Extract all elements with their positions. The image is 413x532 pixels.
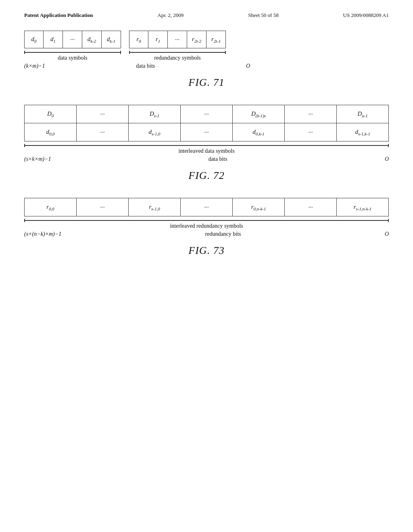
fig73-section: r0,0 ··· rs-1,0 ··· r0,n-k-1 ··· rs-1,n-…: [24, 198, 389, 257]
symbol-Du1: Du-1: [337, 105, 388, 123]
fig72-bit-right: O: [385, 156, 389, 162]
fig73-bit-mid: redundancy bits: [205, 231, 241, 237]
fig71-caption: FIG. 71: [24, 77, 389, 89]
data-symbols-group: d0 d1 ··· dk-2 dk-1 data symbols: [24, 31, 121, 61]
symbol-r2t1: r2t-1: [206, 31, 226, 48]
symbol-d-dots1: ···: [77, 123, 129, 141]
symbol-r-dots1: ···: [77, 198, 129, 216]
fig73-bracket-label: interleaved redundancy symbols: [24, 223, 389, 229]
fig72-bit-mid: data bits: [209, 156, 227, 162]
fig72-bracket: interleaved data symbols: [24, 144, 389, 154]
fig72-row1: D0 ··· Ds-1 ··· D(k-1)s ··· Du-1: [24, 105, 389, 123]
publication-label: Patent Application Publication: [24, 12, 93, 19]
symbol-r00: r0,0: [25, 198, 77, 216]
redundancy-symbols-label: redundancy symbols: [129, 55, 226, 61]
fig71-symbol-groups: d0 d1 ··· dk-2 dk-1 data symbols r0 r1 ·…: [24, 31, 389, 61]
symbol-r-dots3: ···: [285, 198, 337, 216]
fig72-bracket-label: interleaved data symbols: [24, 148, 389, 154]
fig73-bit-left: (s×(n−k)×m)−1: [24, 231, 61, 237]
symbol-r1: r1: [148, 31, 168, 48]
fig73-bit-right: O: [385, 231, 389, 237]
data-symbols-bracket: data symbols: [24, 51, 121, 61]
symbol-r-dots: ···: [168, 31, 187, 48]
symbol-r-dots2: ···: [181, 198, 233, 216]
symbol-Dk1s: D(k-1)s: [233, 105, 285, 123]
symbol-d0: d0: [24, 31, 44, 48]
symbol-d-dots: ···: [63, 31, 82, 48]
date-label: Apr. 2, 2009: [157, 12, 184, 19]
fig73-row1: r0,0 ··· rs-1,0 ··· r0,n-k-1 ··· rs-1,n-…: [24, 198, 389, 216]
symbol-ds10: ds-1,0: [129, 123, 181, 141]
symbol-d00: d0,0: [25, 123, 77, 141]
symbol-ds1k1: ds-1,k-1: [337, 123, 388, 141]
symbol-d1: d1: [44, 31, 63, 48]
symbol-d-dots3: ···: [285, 123, 337, 141]
fig73-bracket: interleaved redundancy symbols: [24, 219, 389, 229]
symbol-Ds1: Ds-1: [129, 105, 181, 123]
symbol-D-dots2: ···: [181, 105, 233, 123]
symbol-D-dots3: ···: [285, 105, 337, 123]
redundancy-symbols-bracket: redundancy symbols: [129, 51, 226, 61]
sheet-label: Sheet 50 of 58: [248, 12, 278, 19]
symbol-rs1nk1: rs-1,n-k-1: [337, 198, 388, 216]
page-header: Patent Application Publication Apr. 2, 2…: [24, 12, 389, 19]
fig71-bit-right: O: [246, 63, 250, 69]
redundancy-symbol-row: r0 r1 ··· r2t-2 r2t-1: [129, 31, 226, 48]
fig72-caption: FIG. 72: [24, 170, 389, 182]
symbol-r2t2: r2t-2: [187, 31, 206, 48]
symbol-d0k1: d0,k-1: [233, 123, 285, 141]
redundancy-symbols-group: r0 r1 ··· r2t-2 r2t-1 redundancy symbols: [129, 31, 226, 61]
symbol-dk2: dk-2: [82, 31, 102, 48]
symbol-rs10: rs-1,0: [129, 198, 181, 216]
data-symbol-row: d0 d1 ··· dk-2 dk-1: [24, 31, 121, 48]
symbol-r0nk1: r0,n-k-1: [233, 198, 285, 216]
symbol-d-dots2: ···: [181, 123, 233, 141]
data-symbols-label: data symbols: [24, 55, 121, 61]
symbol-dk1: dk-1: [102, 31, 121, 48]
fig71-bit-left: (k×m)−1: [24, 63, 45, 69]
fig73-caption: FIG. 73: [24, 245, 389, 257]
fig71-section: d0 d1 ··· dk-2 dk-1 data symbols r0 r1 ·…: [24, 31, 389, 89]
fig72-section: D0 ··· Ds-1 ··· D(k-1)s ··· Du-1 d0,0 ··…: [24, 105, 389, 182]
symbol-D-dots1: ···: [77, 105, 129, 123]
fig72-row2: d0,0 ··· ds-1,0 ··· d0,k-1 ··· ds-1,k-1: [24, 123, 389, 141]
symbol-r0: r0: [129, 31, 148, 48]
patent-number: US 2009/0088209 A1: [343, 12, 389, 19]
symbol-D0: D0: [25, 105, 77, 123]
fig72-bit-left: (s×k×m)−1: [24, 156, 51, 162]
fig71-bit-mid: data bits: [136, 63, 155, 69]
